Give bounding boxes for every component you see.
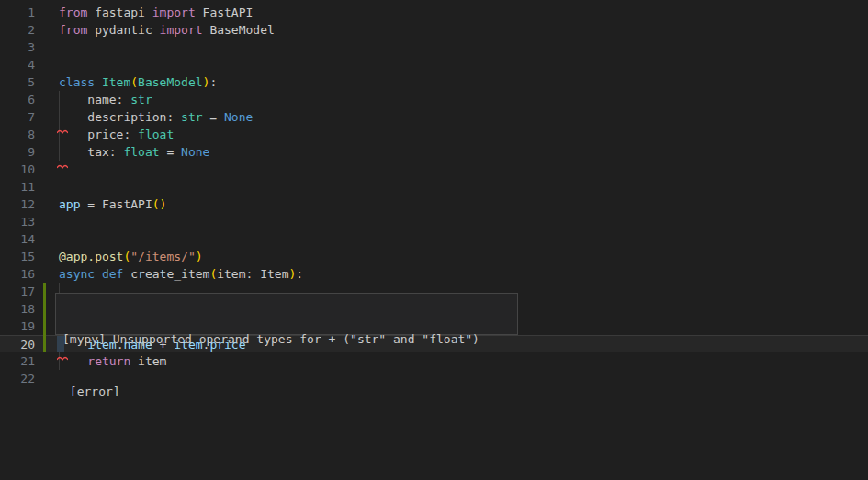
code-token: description:	[59, 110, 181, 124]
code-token: =	[160, 145, 181, 159]
line-number[interactable]: 20	[0, 336, 35, 352]
git-added-gutter-bar	[43, 283, 46, 352]
code-token: price:	[59, 128, 138, 141]
code-token: pydantic	[87, 23, 159, 37]
code-token: tax:	[59, 145, 123, 159]
code-line[interactable]: 5class Item(BaseModel):	[0, 73, 868, 91]
code-token: "/items/"	[130, 250, 195, 263]
code-line[interactable]: 15@app.post("/items/")	[0, 248, 868, 265]
line-number[interactable]: 3	[0, 39, 35, 56]
line-number[interactable]: 4	[0, 56, 35, 73]
code-token: from	[59, 23, 87, 37]
code-token: class	[59, 75, 95, 89]
code-token	[95, 267, 102, 281]
code-token: None	[181, 145, 209, 159]
code-line[interactable]: 11	[0, 178, 868, 195]
code-text: app = FastAPI()	[59, 195, 166, 213]
code-token	[95, 75, 102, 89]
line-number[interactable]: 5	[0, 73, 35, 91]
line-number[interactable]: 1	[0, 4, 35, 21]
code-line[interactable]: 16async def create_item(item: Item):	[0, 265, 868, 283]
code-token: (	[130, 75, 138, 89]
line-number[interactable]: 2	[0, 21, 35, 39]
line-number[interactable]: 7	[0, 108, 35, 126]
code-text: from pydantic import BaseModel	[59, 21, 275, 39]
line-number[interactable]: 10	[0, 161, 35, 178]
line-number[interactable]: 9	[0, 143, 35, 161]
code-token: FastAPI	[196, 6, 254, 19]
code-text: from fastapi import FastAPI	[59, 4, 253, 21]
code-text: name: str	[59, 91, 152, 108]
code-token: float	[138, 128, 174, 141]
code-editor: 1from fastapi import FastAPI2from pydant…	[0, 0, 868, 480]
code-token: item: Item	[217, 267, 288, 281]
error-tooltip: [mypy] Unsupported operand types for + (…	[55, 293, 518, 335]
code-line[interactable]: 8 price: float	[0, 126, 868, 143]
code-line[interactable]: 14	[0, 230, 868, 248]
code-token: create_item	[123, 267, 209, 281]
line-number[interactable]: 14	[0, 230, 35, 248]
code-line[interactable]: 10	[0, 161, 868, 178]
code-token: float	[123, 145, 159, 159]
line-number[interactable]: 18	[0, 300, 35, 318]
line-number[interactable]: 11	[0, 178, 35, 195]
code-token: None	[224, 110, 253, 124]
code-text: @app.post("/items/")	[59, 248, 203, 265]
code-token: :	[296, 267, 303, 281]
code-line[interactable]: 7 description: str = None	[0, 108, 868, 126]
code-token: import	[152, 6, 196, 19]
code-line[interactable]: 12app = FastAPI()	[0, 195, 868, 213]
code-token: BaseModel	[138, 75, 202, 89]
line-number[interactable]: 19	[0, 318, 35, 335]
line-number[interactable]: 12	[0, 195, 35, 213]
code-token: )	[196, 250, 203, 263]
tooltip-message: [mypy] Unsupported operand types for + (…	[62, 330, 511, 348]
code-text: tax: float = None	[59, 143, 209, 161]
code-line[interactable]: 6 name: str	[0, 91, 868, 108]
code-token: Item	[102, 75, 130, 89]
code-line[interactable]: 13	[0, 213, 868, 230]
code-token: :	[209, 75, 217, 89]
code-text: description: str = None	[59, 108, 253, 126]
code-line[interactable]: 4	[0, 56, 868, 73]
code-token: name:	[59, 93, 130, 106]
code-token: def	[102, 267, 123, 281]
code-line[interactable]: 3	[0, 39, 868, 56]
line-number[interactable]: 22	[0, 370, 35, 387]
code-text: class Item(BaseModel):	[59, 73, 217, 91]
code-line[interactable]: 2from pydantic import BaseModel	[0, 21, 868, 39]
code-text: price: float	[59, 126, 174, 143]
line-number[interactable]: 8	[0, 126, 35, 143]
code-token: from	[59, 6, 87, 19]
line-number[interactable]: 16	[0, 265, 35, 283]
line-number[interactable]: 13	[0, 213, 35, 230]
tooltip-severity: [error]	[62, 383, 511, 400]
code-token: str	[181, 110, 202, 124]
line-number[interactable]: 17	[0, 283, 35, 300]
code-line[interactable]: 9 tax: float = None	[0, 143, 868, 161]
code-token: = FastAPI	[80, 197, 152, 211]
line-number[interactable]: 15	[0, 248, 35, 265]
code-token: fastapi	[87, 6, 152, 19]
line-number[interactable]: 21	[0, 352, 35, 370]
code-token: ()	[152, 197, 167, 211]
code-text: async def create_item(item: Item):	[59, 265, 303, 283]
error-squiggle-icon	[57, 121, 68, 127]
code-token: =	[203, 110, 224, 124]
code-token: str	[130, 93, 152, 106]
line-number[interactable]: 6	[0, 91, 35, 108]
code-token: import	[160, 23, 203, 37]
error-squiggle-icon	[57, 156, 68, 162]
code-token: BaseModel	[203, 23, 275, 37]
code-token: @app.post	[59, 250, 123, 263]
code-token: app	[59, 197, 80, 211]
code-token: async	[59, 267, 95, 281]
code-line[interactable]: 1from fastapi import FastAPI	[0, 4, 868, 21]
